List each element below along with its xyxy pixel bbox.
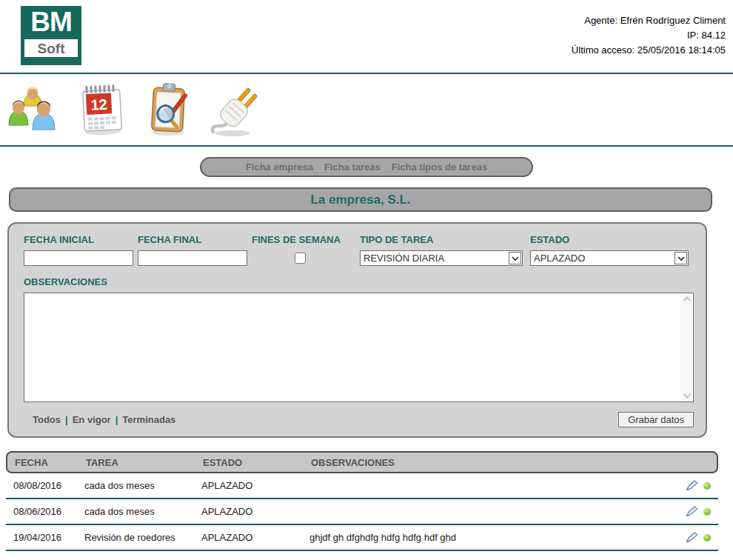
fecha-inicial-label: FECHA INICIAL [24,234,133,246]
chevron-down-icon [675,252,687,264]
textarea-scrollbar[interactable] [680,293,693,401]
bmsoft-logo: BM Soft [21,6,81,65]
row-tarea: cada dos meses [84,506,201,517]
filter-form-panel: FECHA INICIAL FECHA FINAL FINES DE SEMAN… [7,222,707,438]
table-row: 19/04/2016 Revisión de roedores APLAZADO… [6,525,718,551]
table-row: 08/06/2016 cada dos meses APLAZADO [6,499,718,525]
filter-separator: | [116,414,118,425]
table-row: 08/08/2016 cada dos meses APLAZADO [6,473,718,499]
fecha-inicial-input[interactable] [24,250,133,266]
tab-ficha-tipos-de-tareas[interactable]: Ficha tipos de tareas [392,161,487,173]
tasks-table: FECHA TAREA ESTADO OBSERVACIONES 08/08/2… [6,451,718,551]
tipo-de-tarea-value: REVISIÓN DIARIA [361,253,508,264]
row-fecha: 08/06/2016 [13,506,84,517]
fines-de-semana-label: FINES DE SEMANA [252,234,341,246]
tipo-de-tarea-label: TIPO DE TAREA [360,234,523,246]
observaciones-textarea[interactable] [24,293,680,401]
tipo-de-tarea-select[interactable]: REVISIÓN DIARIA [360,250,523,266]
table-body: 08/08/2016 cada dos meses APLAZADO 08/06… [6,473,718,551]
last-access: Último acceso: 25/05/2016 18:14:05 [572,43,726,58]
status-dot-icon[interactable] [703,482,711,490]
observaciones-field [24,293,694,402]
row-estado: APLAZADO [201,506,309,517]
filter-link-todos[interactable]: Todos [33,414,61,425]
row-fecha: 08/08/2016 [13,480,84,491]
disconnect-plug-icon[interactable] [210,81,259,138]
logo-soft-box: Soft [24,39,78,57]
observaciones-label: OBSERVACIONES [24,276,694,288]
filter-link-terminadas[interactable]: Terminadas [122,414,175,425]
row-fecha: 19/04/2016 [13,532,84,543]
agent-name: Agente: Efrén Rodríguez Climent [572,13,726,28]
app-header: BM Soft Agente: Efrén Rodríguez Climent … [0,0,733,74]
save-button[interactable]: Grabar datos [618,412,694,427]
page-title: La empresa, S.L. [310,193,410,207]
edit-row-icon[interactable] [686,506,698,517]
scroll-up-icon [683,296,692,301]
row-estado: APLAZADO [201,480,309,491]
tab-bar: Ficha empresa Ficha tareas Ficha tipos d… [200,157,533,177]
row-tarea: Revisión de roedores [84,532,201,543]
row-observaciones: ghjdf gh dfghdfg hdfg hdfg hdf ghd [309,532,671,543]
edit-row-icon[interactable] [686,480,698,491]
logo-text-soft: Soft [38,41,65,56]
chevron-down-icon [509,252,521,264]
icon-toolbar: 12 [0,74,733,147]
title-bar: La empresa, S.L. [9,187,712,212]
svg-text:12: 12 [90,96,107,113]
scroll-down-icon [683,393,692,399]
ip-address: IP: 84.12 [572,28,726,43]
calendar-icon[interactable]: 12 [78,83,126,136]
filter-links: Todos|En vigor|Terminadas [24,414,175,425]
fecha-final-input[interactable] [138,250,247,266]
logo-text-bm: BM [30,6,72,39]
edit-row-icon[interactable] [686,532,698,543]
tab-ficha-empresa[interactable]: Ficha empresa [246,161,313,173]
table-header: FECHA TAREA ESTADO OBSERVACIONES [6,451,718,473]
col-header-estado: ESTADO [203,457,311,468]
fecha-final-label: FECHA FINAL [138,234,247,246]
status-dot-icon[interactable] [703,534,711,541]
estado-select[interactable]: APLAZADO [530,250,689,266]
session-info: Agente: Efrén Rodríguez Climent IP: 84.1… [572,6,726,58]
tasks-clipboard-icon[interactable] [145,83,191,136]
row-estado: APLAZADO [201,532,309,543]
col-header-observaciones: OBSERVACIONES [311,457,709,468]
users-icon[interactable] [6,87,59,133]
status-dot-icon[interactable] [703,508,711,516]
estado-value: APLAZADO [531,253,674,264]
col-header-fecha: FECHA [15,457,86,468]
fines-de-semana-checkbox[interactable] [295,253,306,264]
row-tarea: cada dos meses [84,480,201,491]
tab-ficha-tareas[interactable]: Ficha tareas [324,161,381,173]
filter-separator: | [65,414,68,425]
estado-label: ESTADO [530,234,689,246]
col-header-tarea: TAREA [86,457,203,468]
filter-link-en-vigor[interactable]: En vigor [73,414,111,425]
